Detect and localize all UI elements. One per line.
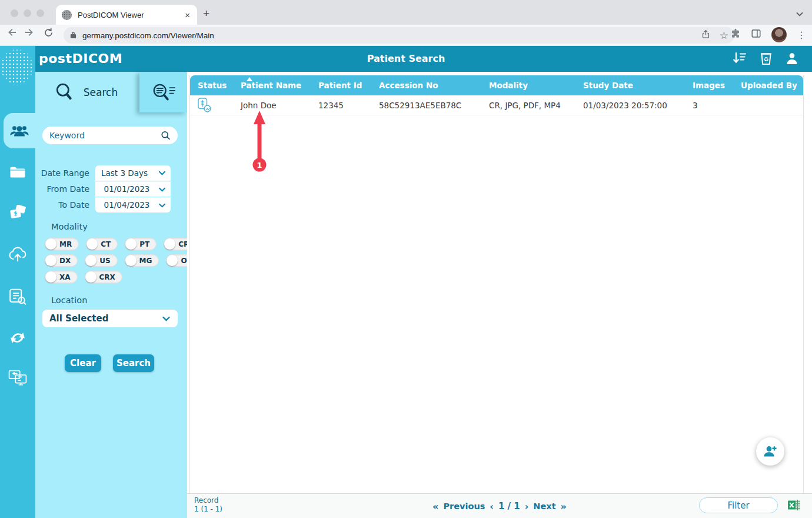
cloud-upload-icon <box>8 246 28 263</box>
search-icon <box>54 82 75 103</box>
cell-study-date[interactable]: 01/03/2023 20:57:00 <box>583 101 693 110</box>
next-page-button[interactable]: › <box>525 500 529 512</box>
modality-toggle-ct[interactable]: CT <box>86 238 118 250</box>
url-bar[interactable]: germany.postdicom.com/Viewer/Main ☆ <box>64 27 734 44</box>
to-date-select[interactable]: 01/04/2023 <box>95 197 171 212</box>
keyword-search-icon[interactable] <box>161 131 171 141</box>
modality-toggle-crx[interactable]: CRX <box>85 271 122 283</box>
location-select[interactable]: All Selected <box>42 310 178 327</box>
app-header: postDICOM Patient Search ♻ <box>0 46 812 72</box>
recycle-bin-icon[interactable]: ♻ <box>759 51 773 68</box>
col-images[interactable]: Images <box>693 81 741 90</box>
toggle-knob[interactable] <box>125 255 137 266</box>
results-table: Status Patient Name Patient Id Accession… <box>189 75 804 493</box>
forward-button[interactable] <box>25 27 35 38</box>
date-range-label: Date Range <box>35 168 95 178</box>
last-page-button[interactable]: » <box>561 500 567 512</box>
keyword-field-wrap <box>42 127 178 144</box>
col-status[interactable]: Status <box>190 81 241 90</box>
search-button[interactable]: Search <box>113 354 154 372</box>
from-date-select[interactable]: 01/01/2023 <box>95 181 171 197</box>
url-text[interactable]: germany.postdicom.com/Viewer/Main <box>82 31 701 40</box>
export-excel-icon[interactable] <box>787 498 801 512</box>
sidebar-item-sync[interactable] <box>0 321 35 354</box>
tab-basic-search[interactable]: Search <box>35 72 137 113</box>
sidebar-item-share-screen[interactable] <box>0 361 35 394</box>
previous-button[interactable]: Previous <box>443 502 485 511</box>
extensions-puzzle-icon[interactable] <box>730 28 741 41</box>
sidebar-item-folders[interactable] <box>0 155 35 188</box>
modality-toggle-mg[interactable]: MG <box>125 254 159 267</box>
tab-close-icon[interactable]: × <box>185 10 190 20</box>
toggle-knob[interactable] <box>85 255 96 266</box>
cell-modality[interactable]: CR, JPG, PDF, MP4 <box>489 101 583 110</box>
sort-asc-icon[interactable] <box>247 77 252 81</box>
sidebar-item-reports[interactable] <box>0 280 35 313</box>
cell-images[interactable]: 3 <box>693 101 741 110</box>
table-row[interactable]: John Doe 12345 58C52913AE5EB78C CR, JPG,… <box>190 95 803 115</box>
side-panel-icon[interactable] <box>751 28 761 41</box>
reload-button[interactable] <box>44 28 54 38</box>
first-page-button[interactable]: « <box>432 500 438 512</box>
col-uploaded-by[interactable]: Uploaded By <box>741 81 803 90</box>
modality-toggle-dx[interactable]: DX <box>45 254 78 267</box>
tab-search-chevron-icon[interactable] <box>796 8 804 19</box>
add-patient-fab[interactable] <box>756 437 784 466</box>
study-status-icon[interactable] <box>190 97 241 113</box>
modality-toggle-mr[interactable]: MR <box>45 238 79 250</box>
col-patient-name[interactable]: Patient Name <box>241 81 318 90</box>
modality-toggle-pt[interactable]: PT <box>125 238 157 250</box>
back-button[interactable] <box>6 27 16 38</box>
window-controls[interactable] <box>11 9 44 17</box>
sidebar-item-upload[interactable] <box>0 238 35 271</box>
postdicom-globe-logo <box>1 48 34 86</box>
toggle-knob[interactable] <box>86 238 98 250</box>
share-icon[interactable] <box>701 29 711 42</box>
toggle-knob[interactable] <box>45 255 56 266</box>
toggle-knob[interactable] <box>45 271 56 283</box>
toggle-knob[interactable] <box>167 255 178 266</box>
date-range-select[interactable]: Last 3 Days <box>95 165 171 181</box>
modality-label: Modality <box>51 222 88 231</box>
filter-button[interactable]: Filter <box>699 497 778 513</box>
col-patient-id[interactable]: Patient Id <box>318 81 379 90</box>
next-button[interactable]: Next <box>533 502 555 511</box>
screen: PostDICOM Viewer × + germany.postdicom.c… <box>0 0 812 518</box>
location-label: Location <box>51 295 87 305</box>
clear-button[interactable]: Clear <box>65 354 101 372</box>
col-study-date[interactable]: Study Date <box>583 81 693 90</box>
col-modality[interactable]: Modality <box>489 81 583 90</box>
tab-advanced-search[interactable] <box>139 72 187 112</box>
record-label: Record <box>194 496 222 505</box>
toggle-knob[interactable] <box>125 238 137 250</box>
results-footer: Record 1 (1 - 1) « Previous ‹ 1 / 1 › Ne… <box>187 493 812 518</box>
modality-toggle-xa[interactable]: XA <box>45 271 78 283</box>
sidebar-item-patient-search[interactable] <box>4 113 35 148</box>
cell-patient-name[interactable]: John Doe <box>241 101 318 110</box>
browser-tab[interactable]: PostDICOM Viewer × <box>56 5 197 25</box>
prev-page-button[interactable]: ‹ <box>490 500 494 512</box>
toggle-knob[interactable] <box>164 238 175 250</box>
toggle-knob[interactable] <box>85 271 96 283</box>
sidebar-item-studies[interactable] <box>0 197 35 230</box>
cell-patient-id[interactable]: 12345 <box>318 101 379 110</box>
keyword-input[interactable] <box>49 131 161 140</box>
window-zoom-button[interactable] <box>36 9 44 17</box>
user-account-icon[interactable] <box>785 51 799 68</box>
profile-avatar[interactable] <box>771 27 787 42</box>
window-close-button[interactable] <box>11 9 18 17</box>
cell-accession-no[interactable]: 58C52913AE5EB78C <box>379 101 489 110</box>
bookmark-star-icon[interactable]: ☆ <box>720 31 728 41</box>
tab-title: PostDICOM Viewer <box>78 11 185 19</box>
window-minimize-button[interactable] <box>24 9 31 17</box>
browser-tabstrip: PostDICOM Viewer × + <box>0 0 812 25</box>
modality-toggle-us[interactable]: US <box>85 254 117 267</box>
new-tab-button[interactable]: + <box>203 7 209 20</box>
chevron-down-icon <box>158 200 166 211</box>
lock-icon[interactable] <box>69 30 77 41</box>
sort-list-icon[interactable] <box>732 51 747 68</box>
col-accession-no[interactable]: Accession No <box>379 81 489 90</box>
browser-menu-icon[interactable]: ⋮ <box>797 29 806 41</box>
toggle-knob[interactable] <box>45 238 56 250</box>
search-panel: Search Date Range <box>35 72 187 518</box>
